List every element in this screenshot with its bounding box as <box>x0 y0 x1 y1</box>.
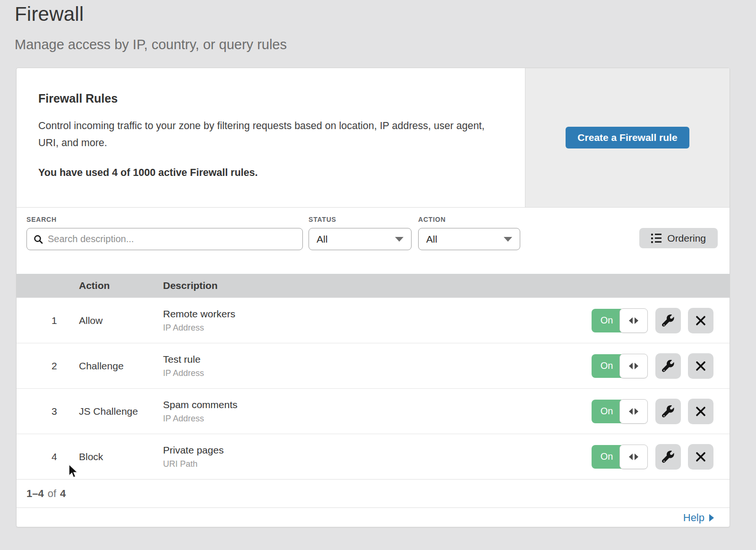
status-select-value: All <box>317 234 327 245</box>
caret-down-icon <box>504 237 512 242</box>
wrench-icon <box>662 405 674 418</box>
search-filter-group: SEARCH <box>26 216 303 274</box>
rule-description-cell: Private pages URI Path <box>163 445 592 469</box>
help-arrow-icon <box>709 514 714 522</box>
toggle-arrows-icon <box>619 445 648 469</box>
rule-description: Spam comments <box>163 399 592 410</box>
search-icon <box>34 235 43 244</box>
edit-rule-button[interactable] <box>655 353 681 379</box>
help-bar: Help <box>17 507 730 527</box>
rule-description: Private pages <box>163 445 592 456</box>
close-icon <box>696 406 706 417</box>
firewall-rules-card: Firewall Rules Control incoming traffic … <box>16 68 730 527</box>
action-filter-group: ACTION All <box>418 216 520 274</box>
rules-usage-text: You have used 4 of 1000 active Firewall … <box>38 167 497 179</box>
rule-action: Challenge <box>79 360 163 372</box>
ordering-button-label: Ordering <box>667 233 706 244</box>
action-column-header: Action <box>79 280 163 291</box>
rule-enabled-toggle[interactable]: On <box>592 308 648 333</box>
rule-match-type: IP Address <box>163 323 592 333</box>
action-select[interactable]: All <box>418 228 520 250</box>
rule-enabled-toggle[interactable]: On <box>592 445 648 469</box>
delete-rule-button[interactable] <box>688 444 713 470</box>
rule-priority: 1 <box>17 315 79 326</box>
table-row: 3 JS Challenge Spam comments IP Address … <box>17 388 730 434</box>
rule-description: Test rule <box>163 354 592 365</box>
close-icon <box>696 452 706 462</box>
delete-rule-button[interactable] <box>688 353 713 379</box>
rule-match-type: IP Address <box>163 368 592 378</box>
rule-controls: On <box>592 399 730 424</box>
rule-priority: 4 <box>17 451 79 463</box>
help-link-label: Help <box>683 512 704 524</box>
rule-description-cell: Remote workers IP Address <box>163 308 592 333</box>
toggle-arrows-icon <box>619 399 648 424</box>
rule-controls: On <box>592 308 730 333</box>
rule-description: Remote workers <box>163 308 592 320</box>
page-title: Firewall <box>15 3 287 26</box>
search-label: SEARCH <box>26 216 303 223</box>
ordering-list-icon <box>651 234 662 243</box>
rule-description-cell: Test rule IP Address <box>163 354 592 378</box>
status-select[interactable]: All <box>309 228 412 250</box>
table-row: 4 Block Private pages URI Path On <box>17 434 730 479</box>
delete-rule-button[interactable] <box>688 308 713 333</box>
page-header: Firewall Manage access by IP, country, o… <box>15 3 287 52</box>
toggle-on-label: On <box>592 445 622 469</box>
edit-rule-button[interactable] <box>655 308 681 333</box>
status-filter-group: STATUS All <box>309 216 412 274</box>
toggle-on-label: On <box>592 400 622 423</box>
pagination-total: 4 <box>60 488 66 500</box>
rule-enabled-toggle[interactable]: On <box>592 399 648 424</box>
toggle-on-label: On <box>592 354 622 378</box>
page-subtitle: Manage access by IP, country, or query r… <box>15 37 287 52</box>
action-select-value: All <box>426 234 437 245</box>
ordering-group: Ordering <box>639 216 718 274</box>
edit-rule-button[interactable] <box>655 399 681 424</box>
table-header: Action Description <box>17 274 730 297</box>
wrench-icon <box>662 360 674 372</box>
help-link[interactable]: Help <box>683 512 714 524</box>
card-title: Firewall Rules <box>38 92 497 105</box>
rule-action: JS Challenge <box>79 406 163 417</box>
delete-rule-button[interactable] <box>688 399 713 424</box>
caret-down-icon <box>395 237 404 242</box>
rule-controls: On <box>592 444 730 470</box>
edit-rule-button[interactable] <box>655 444 681 470</box>
table-row: 2 Challenge Test rule IP Address On <box>17 343 730 388</box>
rule-priority: 2 <box>17 360 79 372</box>
toggle-arrows-icon <box>619 354 648 378</box>
rule-action: Allow <box>79 315 163 326</box>
status-label: STATUS <box>309 216 412 223</box>
pagination-of: of <box>48 488 56 500</box>
rule-enabled-toggle[interactable]: On <box>592 354 648 378</box>
close-icon <box>696 315 706 326</box>
table-row: 1 Allow Remote workers IP Address On <box>17 297 730 343</box>
close-icon <box>696 361 706 371</box>
toggle-arrows-icon <box>619 308 648 333</box>
pagination: 1–4 of 4 <box>17 479 730 507</box>
rule-match-type: IP Address <box>163 414 592 424</box>
description-column-header: Description <box>163 280 592 291</box>
toggle-on-label: On <box>592 309 622 332</box>
pagination-range: 1–4 <box>26 488 44 500</box>
wrench-icon <box>662 314 674 327</box>
rule-priority: 3 <box>17 406 79 417</box>
ordering-button[interactable]: Ordering <box>639 228 718 248</box>
search-input[interactable] <box>48 234 296 244</box>
rule-match-type: URI Path <box>163 459 592 469</box>
card-top-section: Firewall Rules Control incoming traffic … <box>17 68 730 207</box>
create-firewall-rule-button[interactable]: Create a Firewall rule <box>566 127 689 148</box>
filters-bar: SEARCH STATUS All ACTION All <box>17 207 730 274</box>
card-description: Control incoming traffic to your zone by… <box>38 117 492 151</box>
action-label: ACTION <box>418 216 520 223</box>
search-box[interactable] <box>26 228 303 250</box>
rule-controls: On <box>592 353 730 379</box>
rule-description-cell: Spam comments IP Address <box>163 399 592 424</box>
wrench-icon <box>662 451 674 463</box>
card-intro: Firewall Rules Control incoming traffic … <box>17 68 525 207</box>
card-cta-panel: Create a Firewall rule <box>525 68 730 207</box>
rule-action: Block <box>79 451 163 463</box>
